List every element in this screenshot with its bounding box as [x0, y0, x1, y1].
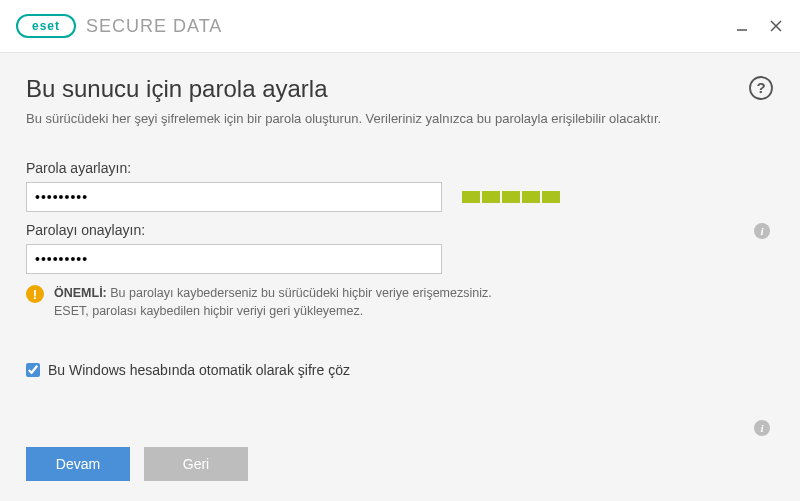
auto-decrypt-row: Bu Windows hesabında otomatik olarak şif…: [26, 362, 774, 378]
set-password-label: Parola ayarlayın:: [26, 160, 442, 176]
strength-segment: [462, 191, 480, 203]
svg-text:?: ?: [756, 79, 765, 96]
content-area: Bu sunucu için parola ayarla ? Bu sürücü…: [0, 52, 800, 501]
warning-icon: !: [26, 285, 44, 303]
strength-segment: [542, 191, 560, 203]
info-icon[interactable]: i: [754, 223, 770, 239]
auto-decrypt-label[interactable]: Bu Windows hesabında otomatik olarak şif…: [48, 362, 350, 378]
important-label: ÖNEMLİ:: [54, 286, 107, 300]
window-controls: [734, 18, 784, 34]
confirm-password-input[interactable]: [26, 244, 442, 274]
eset-mark: eset: [16, 14, 76, 38]
confirm-password-label: Parolayı onaylayın:: [26, 222, 774, 238]
close-icon[interactable]: [768, 18, 784, 34]
footer-buttons: Devam Geri: [26, 447, 248, 481]
confirm-password-row: Parolayı onaylayın:: [26, 222, 774, 274]
important-notice: ! ÖNEMLİ: Bu parolayı kaybederseniz bu s…: [26, 284, 774, 320]
header-row: Bu sunucu için parola ayarla ?: [26, 75, 774, 111]
help-icon[interactable]: ?: [748, 75, 774, 101]
back-button[interactable]: Geri: [144, 447, 248, 481]
strength-segment: [522, 191, 540, 203]
auto-decrypt-checkbox[interactable]: [26, 363, 40, 377]
info-icon[interactable]: i: [754, 420, 770, 436]
important-line2: ESET, parolası kaybedilen hiçbir veriyi …: [54, 304, 363, 318]
minimize-icon[interactable]: [734, 18, 750, 34]
page-subtitle: Bu sürücüdeki her şeyi şifrelemek için b…: [26, 111, 774, 126]
set-password-input[interactable]: [26, 182, 442, 212]
set-password-row: Parola ayarlayın:: [26, 160, 774, 212]
password-strength-meter: [462, 191, 560, 203]
continue-button[interactable]: Devam: [26, 447, 130, 481]
strength-segment: [482, 191, 500, 203]
titlebar: eset SECURE DATA: [0, 0, 800, 52]
strength-segment: [502, 191, 520, 203]
important-text: ÖNEMLİ: Bu parolayı kaybederseniz bu sür…: [54, 284, 492, 320]
page-title: Bu sunucu için parola ayarla: [26, 75, 328, 103]
important-line1: Bu parolayı kaybederseniz bu sürücüdeki …: [110, 286, 491, 300]
brand-logo: eset SECURE DATA: [16, 14, 222, 38]
product-name: SECURE DATA: [86, 16, 222, 37]
